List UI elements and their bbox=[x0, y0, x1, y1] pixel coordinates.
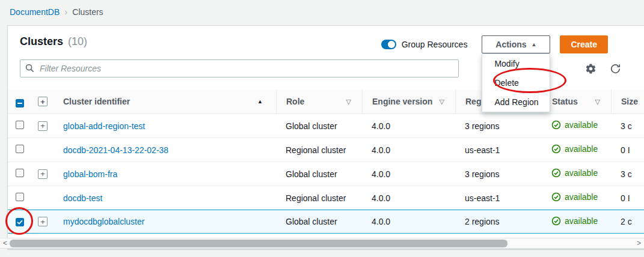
row-checkbox-checked[interactable] bbox=[16, 218, 24, 226]
row-checkbox[interactable] bbox=[16, 145, 24, 153]
sort-down-icon: ▽ bbox=[346, 98, 351, 106]
cell-engine-version: 4.0.0 bbox=[362, 186, 455, 210]
status-available-icon bbox=[551, 120, 561, 130]
column-label: Engine version bbox=[372, 97, 432, 106]
status-badge: available bbox=[551, 216, 598, 226]
cell-region: us-east-1 bbox=[455, 138, 542, 162]
column-label: Size bbox=[621, 97, 638, 106]
expand-row-icon[interactable]: + bbox=[38, 217, 48, 226]
scroll-left-icon[interactable]: < bbox=[3, 239, 7, 247]
chevron-up-icon: ▲ bbox=[532, 42, 537, 47]
cell-size: 0 I bbox=[611, 138, 644, 162]
actions-button-label: Actions bbox=[495, 40, 526, 49]
status-available-icon bbox=[551, 168, 561, 178]
settings-gear-icon[interactable] bbox=[585, 63, 596, 74]
column-header-role[interactable]: Role▽ bbox=[276, 89, 362, 113]
cell-role: Global cluster bbox=[276, 210, 362, 234]
group-resources-label: Group Resources bbox=[402, 40, 468, 49]
sort-down-icon: ▽ bbox=[595, 98, 600, 106]
cell-size: 3 c bbox=[611, 162, 644, 186]
column-label: Status bbox=[552, 97, 578, 106]
cell-region: 3 regions bbox=[455, 113, 542, 138]
panel-title-group: Clusters (10) bbox=[20, 35, 87, 53]
sort-ascending-icon: ▲ bbox=[257, 98, 263, 104]
column-header-size[interactable]: Size bbox=[611, 89, 644, 113]
column-header-engine-version[interactable]: Engine version▽ bbox=[362, 89, 455, 113]
panel-header: Clusters (10) Group Resources Actions ▲ … bbox=[8, 26, 644, 59]
cell-engine-version: 4.0.0 bbox=[362, 113, 455, 138]
column-header-status[interactable]: Status▽ bbox=[542, 89, 611, 113]
actions-dropdown-menu: Modify Delete Add Region bbox=[482, 53, 550, 112]
cell-region: us-east-1 bbox=[455, 186, 542, 210]
status-available-icon bbox=[551, 192, 561, 202]
status-badge: available bbox=[551, 192, 598, 202]
header-controls: Group Resources Actions ▲ Modify Delete … bbox=[381, 35, 632, 53]
cell-role: Regional cluster bbox=[276, 138, 362, 162]
cell-engine-version: 4.0.0 bbox=[362, 162, 455, 186]
status-text: available bbox=[565, 168, 598, 178]
cell-size: 0 I bbox=[611, 186, 644, 210]
cluster-count: (10) bbox=[68, 35, 87, 48]
breadcrumb-link-documentdb[interactable]: DocumentDB bbox=[10, 7, 60, 17]
cluster-link[interactable]: global-bom-fra bbox=[63, 169, 117, 179]
filter-input[interactable] bbox=[20, 59, 459, 77]
table-row: docdb-test Regional cluster 4.0.0 us-eas… bbox=[8, 186, 644, 210]
breadcrumb-current-clusters: Clusters bbox=[72, 7, 103, 17]
clusters-panel: Clusters (10) Group Resources Actions ▲ … bbox=[7, 25, 644, 249]
toggle-knob bbox=[388, 41, 395, 48]
actions-dropdown-wrap: Actions ▲ Modify Delete Add Region bbox=[482, 35, 550, 53]
status-badge: available bbox=[551, 144, 598, 154]
expand-row-icon[interactable]: + bbox=[38, 121, 48, 131]
row-checkbox[interactable] bbox=[16, 121, 24, 129]
table-row: docdb-2021-04-13-22-02-38 Regional clust… bbox=[8, 138, 644, 162]
scrollbar-thumb[interactable] bbox=[10, 240, 508, 247]
filter-box bbox=[20, 59, 459, 77]
row-checkbox[interactable] bbox=[16, 169, 24, 177]
cluster-link[interactable]: docdb-2021-04-13-22-02-38 bbox=[63, 145, 168, 155]
status-badge: available bbox=[551, 120, 598, 130]
menu-item-add-region[interactable]: Add Region bbox=[482, 92, 550, 112]
status-text: available bbox=[565, 192, 598, 202]
status-text: available bbox=[565, 216, 598, 226]
status-available-icon bbox=[551, 216, 561, 226]
cell-engine-version: 4.0.0 bbox=[362, 210, 455, 234]
actions-button[interactable]: Actions ▲ bbox=[482, 35, 550, 53]
cell-role: Global cluster bbox=[276, 113, 362, 138]
cell-role: Regional cluster bbox=[276, 186, 362, 210]
table-row: + global-bom-fra Global cluster 4.0.0 3 … bbox=[8, 162, 644, 186]
cluster-link[interactable]: docdb-test bbox=[63, 193, 102, 203]
select-all-checkbox[interactable] bbox=[16, 99, 24, 107]
status-available-icon bbox=[551, 144, 561, 154]
column-header-cluster-identifier[interactable]: Cluster identifier▲ bbox=[54, 89, 276, 113]
refresh-icon[interactable] bbox=[610, 63, 621, 74]
cell-size: 2 c bbox=[611, 210, 644, 234]
group-resources-control: Group Resources bbox=[381, 40, 468, 49]
breadcrumb: DocumentDB › Clusters bbox=[0, 0, 644, 22]
breadcrumb-separator-icon: › bbox=[64, 7, 67, 17]
table-utility-icons bbox=[585, 63, 644, 74]
cluster-link[interactable]: global-add-region-test bbox=[63, 121, 145, 131]
row-checkbox[interactable] bbox=[16, 193, 24, 201]
table-row-selected: + mydocdbglobalcluster Global cluster 4.… bbox=[8, 210, 644, 234]
status-text: available bbox=[565, 144, 598, 154]
cell-engine-version: 4.0.0 bbox=[362, 138, 455, 162]
sort-down-icon: ▽ bbox=[440, 98, 444, 106]
expand-row-icon[interactable]: + bbox=[38, 169, 48, 179]
status-text: available bbox=[565, 120, 598, 130]
cell-role: Global cluster bbox=[276, 162, 362, 186]
create-button[interactable]: Create bbox=[560, 35, 608, 53]
cell-region: 2 regions bbox=[455, 210, 542, 234]
column-label: Role bbox=[286, 97, 304, 106]
search-icon bbox=[25, 64, 34, 74]
group-resources-toggle[interactable] bbox=[381, 40, 396, 49]
column-label: Cluster identifier bbox=[63, 97, 130, 106]
cluster-link[interactable]: mydocdbglobalcluster bbox=[63, 217, 144, 226]
horizontal-scrollbar[interactable]: < > bbox=[0, 238, 644, 249]
menu-item-modify[interactable]: Modify bbox=[482, 54, 550, 73]
table-row: + global-add-region-test Global cluster … bbox=[8, 113, 644, 138]
page-title: Clusters bbox=[20, 35, 63, 48]
menu-item-delete[interactable]: Delete bbox=[482, 73, 550, 92]
cell-region: 3 regions bbox=[455, 162, 542, 186]
scroll-right-icon[interactable]: > bbox=[637, 239, 641, 247]
expand-all-icon[interactable]: + bbox=[38, 97, 48, 106]
